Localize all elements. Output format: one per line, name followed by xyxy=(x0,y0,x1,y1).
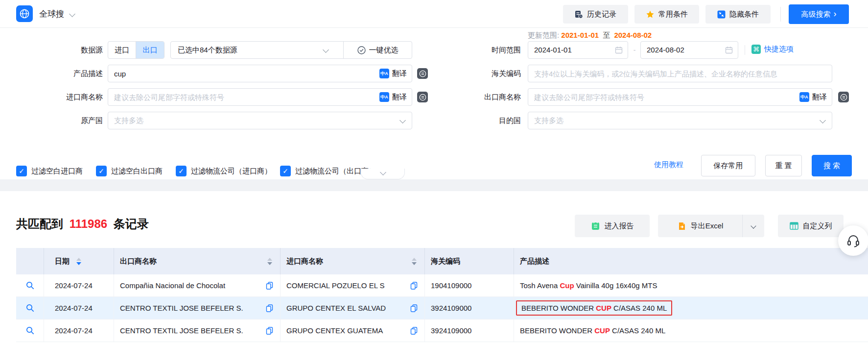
header-date: 日期 xyxy=(44,248,114,274)
annotation-red-box: BEBERITO WONDER CUP C/ASAS 240 ML xyxy=(516,300,672,316)
exporter-name-field: 中A 翻译 xyxy=(528,88,832,106)
one-click-optimize-label: 一键优选 xyxy=(369,46,399,55)
app-switcher-chevron-icon[interactable] xyxy=(69,11,75,17)
dest-country-placeholder: 支持多选 xyxy=(534,112,563,129)
hs-code-input[interactable] xyxy=(528,65,832,82)
collapse-panel-tab[interactable] xyxy=(361,169,405,179)
chevron-down-icon xyxy=(399,117,406,123)
checkbox-checked-icon xyxy=(280,166,291,176)
product-desc-label: 产品描述 xyxy=(0,65,103,82)
date-end-field[interactable]: 2024-08-02 xyxy=(640,41,738,59)
copy-icon[interactable] xyxy=(266,304,273,312)
chevron-down-icon xyxy=(380,169,386,175)
exporter-name-input[interactable] xyxy=(528,89,832,105)
caret-down-icon xyxy=(412,262,417,265)
keyword-match: CUP xyxy=(596,304,611,312)
exact-match-toggle-icon[interactable] xyxy=(838,92,849,102)
divider xyxy=(745,45,745,55)
chevron-down-icon xyxy=(323,47,329,53)
chevron-down-icon xyxy=(820,117,826,123)
cell-exporter: CENTRO TEXTIL JOSE BEFELER S. xyxy=(120,326,243,335)
data-source-select[interactable]: 已选中84个数据源 一键优选 xyxy=(170,41,412,59)
tab-export[interactable]: 出口 xyxy=(136,42,164,58)
hide-conditions-label: 隐藏条件 xyxy=(729,10,759,19)
export-excel-label: 导出Excel xyxy=(691,222,724,231)
translate-icon: 中A xyxy=(379,69,389,78)
search-button[interactable]: 搜 索 xyxy=(812,155,852,176)
topbar-divider xyxy=(780,7,781,22)
view-detail-magnifier-icon[interactable] xyxy=(26,326,34,335)
filter-blank-importer-checkbox[interactable]: 过滤空白进口商 xyxy=(16,166,83,176)
header-exporter: 出口商名称 xyxy=(114,248,281,274)
translate-button[interactable]: 中A 翻译 xyxy=(799,92,827,102)
global-search-page: 全球搜 历史记录 常用条件 隐藏条件 高级搜索 数据源 进口 xyxy=(0,0,868,345)
filter-blank-exporter-checkbox[interactable]: 过滤空白出口商 xyxy=(96,166,163,176)
header-product: 产品描述 xyxy=(514,248,868,274)
globe-icon xyxy=(19,8,30,20)
results-count: 111986 xyxy=(70,217,107,230)
product-desc-input[interactable] xyxy=(108,65,412,82)
copy-icon[interactable] xyxy=(410,327,418,335)
copy-icon[interactable] xyxy=(410,304,418,312)
sort-control[interactable] xyxy=(412,258,417,265)
hide-conditions-button[interactable]: 隐藏条件 xyxy=(705,5,771,24)
copy-icon[interactable] xyxy=(266,327,273,335)
results-section: 共匹配到 111986 条记录 进入报告 导出Excel xyxy=(0,191,868,345)
save-common-button[interactable]: 保存常用 xyxy=(701,155,755,176)
advanced-search-button[interactable]: 高级搜索 xyxy=(789,4,849,24)
translate-button[interactable]: 中A 翻译 xyxy=(379,92,407,102)
origin-country-select[interactable]: 支持多选 xyxy=(108,112,412,129)
enter-report-button[interactable]: 进入报告 xyxy=(575,215,650,237)
star-icon xyxy=(646,10,655,19)
custom-columns-button[interactable]: 自定义列 xyxy=(778,215,844,237)
date-range-dash: - xyxy=(631,41,638,59)
date-end-value: 2024-08-02 xyxy=(647,42,684,58)
dest-country-select[interactable]: 支持多选 xyxy=(528,112,832,129)
customer-support-button[interactable] xyxy=(838,225,868,256)
favorites-button[interactable]: 常用条件 xyxy=(634,5,699,24)
cell-importer: GRUPO CENTEX EL SALVAD xyxy=(286,304,386,312)
export-excel-button[interactable]: 导出Excel xyxy=(658,215,743,237)
tutorial-link[interactable]: 使用教程 xyxy=(654,160,683,170)
date-start-value: 2024-01-01 xyxy=(534,42,572,58)
cell-product: BEBERITO WONDER CUP C/ASAS 240 ML xyxy=(514,320,868,342)
table-header-row: 日期 出口商名称 进口商名称 海关编码 产品描述 xyxy=(16,248,868,274)
cell-hs-code: 1904109000 xyxy=(425,274,514,296)
keyword-match: CUP xyxy=(594,326,610,335)
reset-button[interactable]: 重 置 xyxy=(765,155,802,176)
sort-control[interactable] xyxy=(267,258,272,265)
importer-name-input[interactable] xyxy=(108,89,412,105)
app-logo xyxy=(16,5,33,22)
cell-importer: GRUPO CENTEX GUATEMA xyxy=(286,326,383,335)
cell-date: 2024-07-24 xyxy=(44,297,114,319)
table-row: 2024-07-24 Compañia Nacional de Chocolat… xyxy=(16,274,868,297)
date-start-field[interactable]: 2024-01-01 xyxy=(528,41,628,59)
tab-import[interactable]: 进口 xyxy=(108,42,136,58)
copy-icon[interactable] xyxy=(410,282,418,290)
command-icon xyxy=(751,45,761,54)
enter-report-label: 进入报告 xyxy=(605,222,634,231)
history-button[interactable]: 历史记录 xyxy=(563,5,628,24)
history-label: 历史记录 xyxy=(587,10,616,19)
table-columns-icon xyxy=(790,222,798,230)
translate-button[interactable]: 中A 翻译 xyxy=(379,69,407,78)
export-options-caret[interactable] xyxy=(743,215,764,237)
excel-export-icon xyxy=(677,222,686,231)
checkbox-checked-icon xyxy=(16,166,27,176)
sort-control[interactable] xyxy=(76,258,81,265)
hs-code-field xyxy=(528,65,832,82)
importer-name-label: 进口商名称 xyxy=(0,88,103,106)
view-detail-magnifier-icon[interactable] xyxy=(26,281,34,290)
time-range-label: 时间范围 xyxy=(423,41,521,59)
filter-logistics-importer-checkbox[interactable]: 过滤物流公司（进口商） xyxy=(176,166,272,176)
data-source-tabs: 进口 出口 xyxy=(108,41,164,59)
copy-icon[interactable] xyxy=(266,282,273,290)
caret-down-icon xyxy=(267,262,272,265)
quick-options-button[interactable]: 快捷选项 xyxy=(751,45,794,54)
cell-exporter: CENTRO TEXTIL JOSE BEFELER S. xyxy=(120,304,243,312)
data-source-selected-text: 已选中84个数据源 xyxy=(178,42,237,58)
header-importer: 进口商名称 xyxy=(281,248,425,274)
view-detail-magnifier-icon[interactable] xyxy=(26,304,34,312)
table-row: 2024-07-24 CENTRO TEXTIL JOSE BEFELER S.… xyxy=(16,320,868,342)
one-click-optimize-button[interactable]: 一键优选 xyxy=(343,42,412,58)
